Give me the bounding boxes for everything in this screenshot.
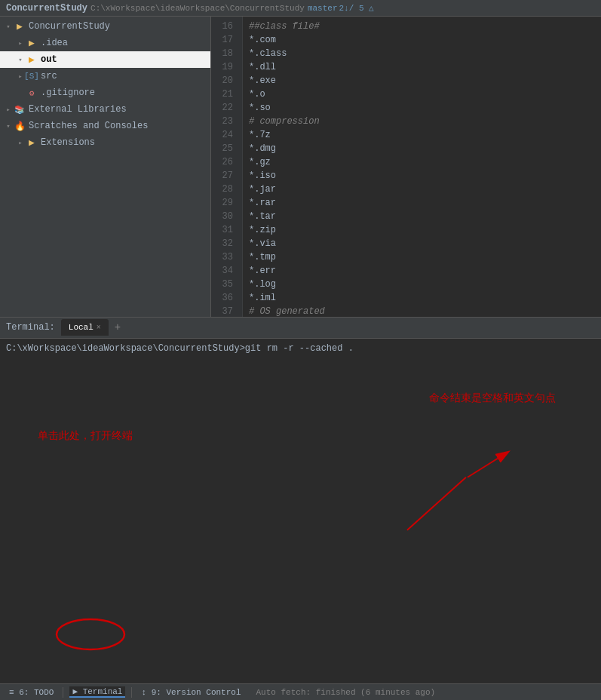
code-line-33: *.tmp — [249, 250, 595, 264]
version-control-tab[interactable]: ↕ 9: Version Control — [138, 688, 244, 697]
editor-area: 1617181920212223242526272829303132333435… — [211, 17, 601, 317]
code-line-24: *.7z — [249, 128, 595, 142]
svg-line-1 — [468, 458, 498, 477]
tree-item-scratches[interactable]: 🔥Scratches and Consoles — [0, 118, 210, 134]
tree-item-gitignore-file[interactable]: ⚙.gitignore — [0, 84, 210, 101]
tree-item-src-folder[interactable]: [S]src — [0, 68, 210, 84]
line-num-18: 18 — [211, 47, 238, 60]
code-line-25: *.dmg — [249, 142, 595, 155]
code-line-35: *.log — [249, 278, 595, 291]
line-numbers: 1617181920212223242526272829303132333435… — [211, 17, 243, 317]
code-line-16: ##class file# — [249, 20, 595, 33]
code-line-28: *.jar — [249, 183, 595, 196]
line-num-32: 32 — [211, 237, 238, 250]
svg-line-2 — [407, 477, 466, 530]
tree-arrow-external-libs — [3, 104, 14, 115]
tree-label-extensions: Extensions — [41, 137, 95, 148]
code-line-34: *.err — [249, 264, 595, 278]
tree-label-project-root: ConcurrentStudy — [29, 21, 110, 32]
code-line-19: *.dll — [249, 60, 595, 74]
code-line-36: *.iml — [249, 291, 595, 305]
tree-item-extensions[interactable]: ▶Extensions — [0, 134, 210, 151]
code-line-30: *.tar — [249, 210, 595, 223]
status-bar: ≡ 6: TODO ▶ Terminal ↕ 9: Version Contro… — [0, 683, 601, 700]
tab-label: Local — [69, 323, 94, 332]
line-num-22: 22 — [211, 101, 238, 115]
code-line-18: *.class — [249, 47, 595, 60]
line-num-37: 37 — [211, 305, 238, 317]
project-name: ConcurrentStudy — [6, 3, 87, 14]
tree-icon-src-folder: [S] — [26, 70, 38, 82]
tree-icon-idea-folder: ▶ — [26, 37, 38, 49]
auto-fetch-status: Auto fetch: finished (6 minutes ago) — [256, 688, 436, 697]
terminal-command: C:\xWorkspace\ideaWorkspace\ConcurrentSt… — [6, 343, 354, 354]
line-num-25: 25 — [211, 142, 238, 155]
line-num-36: 36 — [211, 291, 238, 305]
tree-icon-project-root: ▶ — [14, 20, 26, 32]
line-num-23: 23 — [211, 115, 238, 128]
line-num-29: 29 — [211, 196, 238, 210]
annotation-text-2: 命令结束是空格和英文句点 — [429, 391, 556, 405]
terminal-tabs: Terminal: Local × + — [0, 318, 601, 339]
line-num-35: 35 — [211, 278, 238, 291]
line-num-27: 27 — [211, 169, 238, 183]
code-line-29: *.rar — [249, 196, 595, 210]
main-area: ▶ConcurrentStudy▶.idea▶out[S]src⚙.gitign… — [0, 17, 601, 317]
project-sidebar: ▶ConcurrentStudy▶.idea▶out[S]src⚙.gitign… — [0, 17, 211, 317]
tab-close-icon[interactable]: × — [97, 324, 101, 332]
line-num-34: 34 — [211, 264, 238, 278]
tree-arrow-extensions — [15, 137, 26, 148]
line-num-17: 17 — [211, 33, 238, 47]
tree-item-project-root[interactable]: ▶ConcurrentStudy — [0, 18, 210, 35]
tree-icon-out-folder: ▶ — [26, 54, 38, 66]
bottom-panel: Terminal: Local × + C:\xWorkspace\ideaWo… — [0, 317, 601, 384]
tree-icon-scratches: 🔥 — [14, 120, 26, 132]
circle-annotation — [53, 616, 128, 653]
status-divider-2 — [131, 687, 132, 698]
annotation-area: 单击此处，打开终端 命令结束是空格和英文句点 — [0, 384, 601, 684]
code-line-23: # compression — [249, 115, 595, 128]
git-branch: master — [308, 4, 338, 13]
line-num-28: 28 — [211, 183, 238, 196]
tree-label-scratches: Scratches and Consoles — [29, 121, 148, 131]
annotation-text-1: 单击此处，打开终端 — [38, 429, 133, 443]
tree-label-out-folder: out — [41, 54, 57, 65]
code-content: ##class file#*.com*.class*.dll*.exe*.o*.… — [243, 17, 601, 317]
line-num-16: 16 — [211, 20, 238, 33]
tree-item-idea-folder[interactable]: ▶.idea — [0, 35, 210, 51]
top-bar: ConcurrentStudy C:\xWorkspace\ideaWorksp… — [0, 0, 601, 17]
tree-item-external-libs[interactable]: 📚External Libraries — [0, 101, 210, 118]
line-num-20: 20 — [211, 74, 238, 88]
line-num-33: 33 — [211, 250, 238, 264]
tree-arrow-scratches — [3, 121, 14, 131]
code-line-37: # OS generated — [249, 305, 595, 317]
tree-label-external-libs: External Libraries — [29, 104, 127, 115]
tree-arrow-project-root — [3, 21, 14, 32]
tree-arrow-idea-folder — [15, 38, 26, 48]
code-line-20: *.exe — [249, 74, 595, 88]
code-line-27: *.iso — [249, 169, 595, 183]
code-line-22: *.so — [249, 101, 595, 115]
terminal-status-tab[interactable]: ▶ Terminal — [69, 686, 125, 698]
tree-icon-extensions: ▶ — [26, 137, 38, 149]
code-line-17: *.com — [249, 33, 595, 47]
line-num-24: 24 — [211, 128, 238, 142]
tree-arrow-out-folder — [15, 54, 26, 65]
tree-label-src-folder: src — [41, 71, 57, 81]
tree-icon-gitignore-file: ⚙ — [26, 87, 38, 99]
code-view: 1617181920212223242526272829303132333435… — [211, 17, 601, 317]
terminal-local-tab[interactable]: Local × — [61, 319, 109, 336]
status-divider-1 — [63, 687, 63, 698]
add-tab-button[interactable]: + — [112, 321, 124, 333]
git-changes: 2↓/ 5 △ — [339, 3, 374, 13]
line-num-21: 21 — [211, 88, 238, 101]
line-num-31: 31 — [211, 223, 238, 237]
todo-tab[interactable]: ≡ 6: TODO — [6, 688, 57, 697]
line-num-19: 19 — [211, 60, 238, 74]
tree-item-out-folder[interactable]: ▶out — [0, 51, 210, 68]
terminal-status-label: ▶ Terminal — [72, 686, 122, 696]
tree-icon-external-libs: 📚 — [14, 103, 26, 115]
tree-label-idea-folder: .idea — [41, 38, 68, 48]
terminal-label: Terminal: — [6, 322, 55, 333]
project-path: C:\xWorkspace\ideaWorkspace\ConcurrentSt… — [90, 4, 305, 13]
